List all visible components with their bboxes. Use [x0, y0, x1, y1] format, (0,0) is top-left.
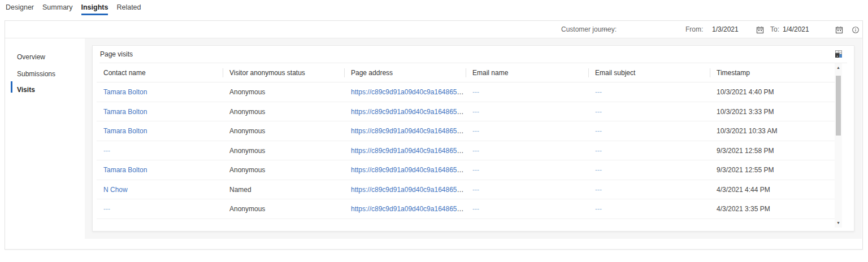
email-name-value: ---: [472, 166, 479, 174]
contact-name-link[interactable]: N Chow: [103, 186, 128, 194]
column-header-contact-name[interactable]: Contact name: [97, 63, 223, 82]
contact-name-value: ---: [103, 205, 110, 213]
table-row[interactable]: N ChowNamedhttps://c89c9d91a09d40c9a1648…: [97, 180, 835, 200]
page-address-link[interactable]: https://c89c9d91a09d40c9a1648659b3662dd3…: [351, 186, 466, 194]
tab-related[interactable]: Related: [116, 3, 141, 15]
cell-email-name: ---: [466, 121, 588, 141]
info-icon[interactable]: [852, 26, 860, 34]
cell-email-name: ---: [466, 199, 588, 219]
sidebar-item-submissions[interactable]: Submissions: [17, 69, 55, 78]
from-date-value[interactable]: 1/3/2021: [712, 21, 739, 38]
page: Designer Summary Insights Related Custom…: [0, 0, 868, 262]
tab-insights[interactable]: Insights: [81, 3, 108, 15]
email-subject-value: ---: [595, 127, 602, 135]
contact-name-link[interactable]: Tamara Bolton: [103, 88, 147, 96]
cell-email-subject: ---: [588, 180, 710, 200]
contact-name-link[interactable]: Tamara Bolton: [103, 108, 147, 116]
contact-name-link[interactable]: Tamara Bolton: [103, 127, 147, 135]
email-name-value: ---: [472, 108, 479, 116]
scrollbar-thumb[interactable]: [836, 76, 841, 136]
cell-page-address: https://c89c9d91a09d40c9a1648659b3662dd3…: [344, 160, 466, 180]
table-row[interactable]: ---Anonymoushttps://c89c9d91a09d40c9a164…: [97, 199, 835, 219]
contact-name-value: ---: [103, 147, 110, 155]
table-header-row: Contact nameVisitor anonymous statusPage…: [97, 63, 835, 82]
table-row[interactable]: ---Anonymoushttps://c89c9d91a09d40c9a164…: [97, 141, 835, 161]
cell-page-address: https://c89c9d91a09d40c9a1648659b3662dd3…: [344, 82, 466, 102]
insights-panel: Customer journey: --- From: 1/3/2021 To:…: [5, 20, 863, 250]
page-address-link[interactable]: https://c89c9d91a09d40c9a1648659b3662dd3…: [351, 147, 466, 155]
cell-page-address: https://c89c9d91a09d40c9a1648659b3662dd3…: [344, 102, 466, 122]
cell-contact-name: Tamara Bolton: [97, 160, 223, 180]
page-address-link[interactable]: https://c89c9d91a09d40c9a1648659b3662dd3…: [351, 166, 466, 174]
page-address-link[interactable]: https://c89c9d91a09d40c9a1648659b3662dd3…: [351, 205, 466, 213]
cell-timestamp: 4/3/2021 4:44 PM: [710, 180, 835, 200]
email-name-value: ---: [472, 88, 479, 96]
table-row[interactable]: Tamara BoltonAnonymoushttps://c89c9d91a0…: [97, 102, 835, 122]
cell-contact-name: ---: [97, 141, 223, 161]
cell-visitor-anonymous-status: Named: [223, 180, 344, 200]
page-address-link[interactable]: https://c89c9d91a09d40c9a1648659b3662dd3…: [351, 127, 466, 135]
filter-bar: Customer journey: --- From: 1/3/2021 To:…: [5, 21, 862, 38]
table-row[interactable]: Tamara BoltonAnonymoushttps://c89c9d91a0…: [97, 121, 835, 141]
cell-email-subject: ---: [588, 121, 710, 141]
page-visits-table: Contact nameVisitor anonymous statusPage…: [97, 63, 835, 219]
contact-name-link[interactable]: Tamara Bolton: [103, 166, 147, 174]
from-label: From:: [685, 21, 703, 38]
cell-visitor-anonymous-status: Anonymous: [223, 102, 344, 122]
cell-email-subject: ---: [588, 141, 710, 161]
insights-sidebar: Overview Submissions Visits: [6, 38, 85, 239]
page-address-link[interactable]: https://c89c9d91a09d40c9a1648659b3662dd3…: [351, 108, 466, 116]
email-subject-value: ---: [595, 205, 602, 213]
email-name-value: ---: [472, 205, 479, 213]
cell-timestamp: 4/3/2021 3:35 PM: [710, 199, 835, 219]
cell-email-name: ---: [466, 102, 588, 122]
cell-visitor-anonymous-status: Anonymous: [223, 121, 344, 141]
email-subject-value: ---: [595, 88, 602, 96]
tab-summary[interactable]: Summary: [42, 3, 72, 15]
email-name-value: ---: [472, 127, 479, 135]
sidebar-item-visits[interactable]: Visits: [17, 85, 35, 94]
column-header-timestamp[interactable]: Timestamp: [710, 63, 835, 82]
from-calendar-icon[interactable]: [756, 26, 764, 34]
column-header-email-subject[interactable]: Email subject: [588, 63, 710, 82]
page-address-link[interactable]: https://c89c9d91a09d40c9a1648659b3662dd3…: [351, 88, 466, 96]
cell-email-name: ---: [466, 82, 588, 102]
email-name-value: ---: [472, 147, 479, 155]
cell-email-subject: ---: [588, 160, 710, 180]
active-item-indicator: [11, 81, 12, 93]
table-scrollbar[interactable]: ▲ ▼: [835, 63, 842, 228]
email-subject-value: ---: [595, 147, 602, 155]
cell-visitor-anonymous-status: Anonymous: [223, 82, 344, 102]
card-title: Page visits: [100, 46, 133, 63]
table-row[interactable]: Tamara BoltonAnonymoushttps://c89c9d91a0…: [97, 82, 835, 102]
page-visits-card: Page visits Contact nameVisitor anonymou…: [92, 45, 854, 232]
tab-designer[interactable]: Designer: [6, 3, 34, 15]
cell-contact-name: Tamara Bolton: [97, 121, 223, 141]
column-header-email-name[interactable]: Email name: [466, 63, 588, 82]
scroll-down-icon[interactable]: ▼: [835, 219, 842, 227]
cell-email-subject: ---: [588, 102, 710, 122]
cell-visitor-anonymous-status: Anonymous: [223, 141, 344, 161]
cell-page-address: https://c89c9d91a09d40c9a1648659b3662dd3…: [344, 121, 466, 141]
cell-timestamp: 9/3/2021 12:55 PM: [710, 160, 835, 180]
cell-email-name: ---: [466, 141, 588, 161]
scroll-up-icon[interactable]: ▲: [835, 64, 842, 72]
cell-email-name: ---: [466, 180, 588, 200]
column-header-visitor-anonymous-status[interactable]: Visitor anonymous status: [223, 63, 344, 82]
to-date-value[interactable]: 1/4/2021: [783, 21, 809, 38]
email-subject-value: ---: [595, 166, 602, 174]
cell-email-name: ---: [466, 160, 588, 180]
cell-page-address: https://c89c9d91a09d40c9a1648659b3662dd3…: [344, 141, 466, 161]
email-subject-value: ---: [595, 108, 602, 116]
to-calendar-icon[interactable]: [835, 26, 843, 34]
table-row[interactable]: Tamara BoltonAnonymoushttps://c89c9d91a0…: [97, 160, 835, 180]
column-header-page-address[interactable]: Page address: [344, 63, 466, 82]
customer-journey-value[interactable]: ---: [603, 21, 610, 38]
cell-page-address: https://c89c9d91a09d40c9a1648659b3662dd3…: [344, 180, 466, 200]
export-data-icon[interactable]: [834, 50, 843, 59]
email-name-value: ---: [472, 186, 479, 194]
cell-page-address: https://c89c9d91a09d40c9a1648659b3662dd3…: [344, 199, 466, 219]
cell-timestamp: 10/3/2021 4:40 PM: [710, 82, 835, 102]
sidebar-item-overview[interactable]: Overview: [17, 53, 45, 62]
cell-visitor-anonymous-status: Anonymous: [223, 199, 344, 219]
